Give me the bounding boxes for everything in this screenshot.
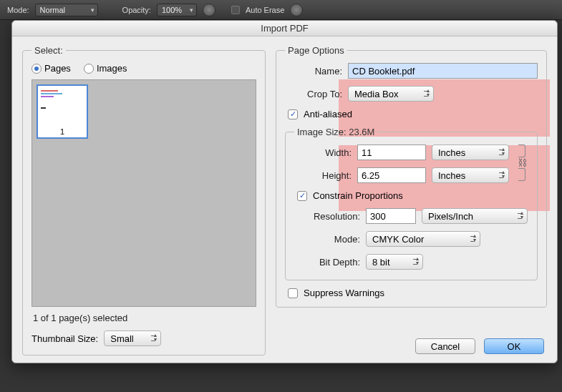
image-size-legend: Image Size: 23.6M bbox=[294, 127, 377, 137]
pages-radio[interactable]: Pages bbox=[32, 63, 71, 74]
height-label: Height: bbox=[294, 170, 352, 181]
suppress-label: Suppress Warnings bbox=[304, 288, 384, 298]
resolution-input[interactable] bbox=[366, 208, 416, 224]
constrain-label: Constrain Proportions bbox=[313, 190, 403, 201]
opacity-label: Opacity: bbox=[122, 6, 151, 14]
import-pdf-dialog: Import PDF Select: Pages Images bbox=[11, 20, 558, 363]
width-input[interactable] bbox=[357, 144, 426, 160]
constrain-checkbox[interactable]: ✓ bbox=[297, 191, 307, 201]
ok-button[interactable]: OK bbox=[484, 338, 544, 354]
selection-count: 1 of 1 page(s) selected bbox=[33, 313, 256, 323]
pages-radio-label: Pages bbox=[44, 63, 71, 74]
width-label: Width: bbox=[294, 147, 352, 158]
link-icon[interactable]: ⛓ bbox=[515, 144, 528, 190]
width-unit-select[interactable]: Inches▴▾ bbox=[432, 144, 509, 160]
auto-erase-checkbox[interactable] bbox=[231, 6, 240, 14]
radio-icon bbox=[32, 64, 42, 74]
mode-label: Mode: bbox=[7, 6, 29, 14]
page-options-fieldset: Page Options Name: Crop To: Media Box▴▾ … bbox=[276, 45, 547, 308]
antialiased-label: Anti-aliased bbox=[304, 109, 352, 119]
thumbsize-label: Thumbnail Size: bbox=[32, 333, 98, 344]
image-size-fieldset: Image Size: 23.6M Width: Inches▴▾ Height… bbox=[285, 127, 538, 280]
radio-icon bbox=[84, 64, 94, 74]
colormode-label: Mode: bbox=[294, 234, 360, 245]
select-fieldset: Select: Pages Images bbox=[22, 45, 266, 356]
brush-icon[interactable] bbox=[203, 4, 215, 16]
thumbnail-area[interactable]: 1 bbox=[32, 79, 256, 307]
opacity-select[interactable]: 100% bbox=[157, 4, 197, 16]
height-unit-select[interactable]: Inches▴▾ bbox=[432, 167, 509, 183]
select-legend: Select: bbox=[32, 45, 66, 56]
colormode-select[interactable]: CMYK Color▴▾ bbox=[366, 231, 480, 247]
page-thumbnail[interactable]: 1 bbox=[37, 84, 88, 139]
suppress-checkbox[interactable]: ✓ bbox=[288, 288, 298, 298]
images-radio[interactable]: Images bbox=[84, 63, 127, 74]
page-options-legend: Page Options bbox=[285, 45, 347, 56]
cropto-select[interactable]: Media Box▴▾ bbox=[348, 86, 434, 102]
resolution-label: Resolution: bbox=[294, 211, 360, 222]
height-input[interactable] bbox=[357, 167, 426, 183]
cropto-label: Crop To: bbox=[285, 89, 342, 99]
cancel-button[interactable]: Cancel bbox=[415, 338, 475, 354]
bitdepth-select[interactable]: 8 bit▴▾ bbox=[366, 254, 423, 270]
thumb-number: 1 bbox=[60, 126, 64, 137]
auto-erase-label: Auto Erase bbox=[246, 6, 284, 14]
resolution-unit-select[interactable]: Pixels/Inch▴▾ bbox=[422, 208, 528, 224]
bitdepth-label: Bit Depth: bbox=[294, 257, 360, 268]
mode-select[interactable]: Normal bbox=[35, 4, 98, 16]
name-input[interactable] bbox=[348, 63, 538, 79]
target-icon[interactable] bbox=[290, 4, 303, 16]
app-toolbar: Mode: Normal Opacity: 100% Auto Erase bbox=[0, 0, 562, 20]
images-radio-label: Images bbox=[97, 63, 127, 74]
thumbsize-select[interactable]: Small▴▾ bbox=[104, 330, 161, 346]
name-label: Name: bbox=[285, 66, 342, 77]
dialog-title: Import PDF bbox=[12, 21, 557, 36]
antialiased-checkbox[interactable]: ✓ bbox=[288, 109, 298, 119]
